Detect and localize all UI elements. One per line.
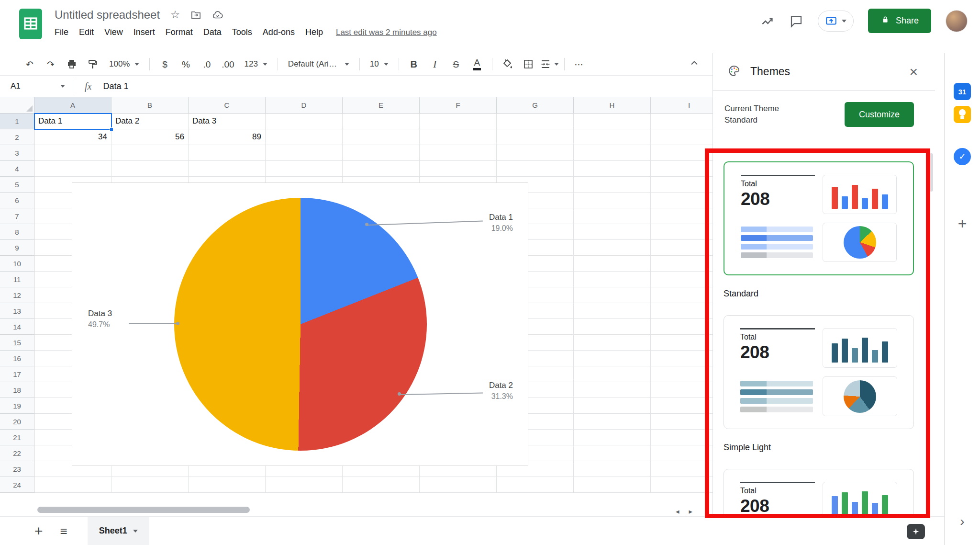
add-addon-icon[interactable]: + bbox=[958, 215, 967, 233]
number-format-select[interactable]: 123 bbox=[238, 55, 273, 73]
cell-D24[interactable] bbox=[266, 477, 343, 493]
cell-C2[interactable]: 89 bbox=[189, 129, 266, 145]
cell-I10[interactable] bbox=[651, 256, 713, 272]
embedded-pie-chart[interactable]: Data 1 19.0% Data 2 31.3% Data 3 49.7% bbox=[72, 182, 528, 466]
avatar[interactable] bbox=[946, 10, 968, 32]
cell-C24[interactable] bbox=[189, 477, 266, 493]
cell-I2[interactable] bbox=[651, 129, 713, 145]
activity-trend-icon[interactable] bbox=[760, 14, 775, 28]
row-header-22[interactable]: 22 bbox=[0, 445, 34, 461]
cell-H12[interactable] bbox=[574, 287, 651, 303]
row-header-1[interactable]: 1 bbox=[0, 114, 34, 129]
column-header-F[interactable]: F bbox=[420, 97, 497, 114]
close-icon[interactable]: × bbox=[909, 65, 918, 79]
cell-G2[interactable] bbox=[497, 129, 574, 145]
cell-B2[interactable]: 56 bbox=[111, 129, 189, 145]
format-percent-icon[interactable]: % bbox=[175, 55, 196, 73]
cell-F2[interactable] bbox=[420, 129, 497, 145]
cell-I23[interactable] bbox=[651, 461, 713, 477]
cell-E1[interactable] bbox=[343, 114, 420, 129]
row-header-20[interactable]: 20 bbox=[0, 414, 34, 430]
column-header-B[interactable]: B bbox=[111, 97, 189, 114]
cell-H17[interactable] bbox=[574, 366, 651, 382]
cell-D2[interactable] bbox=[266, 129, 343, 145]
row-header-6[interactable]: 6 bbox=[0, 193, 34, 208]
cell-D1[interactable] bbox=[266, 114, 343, 129]
collapse-toolbar-icon[interactable] bbox=[689, 57, 700, 71]
cell-H24[interactable] bbox=[574, 477, 651, 493]
cell-C3[interactable] bbox=[189, 145, 266, 161]
text-color-icon[interactable]: A bbox=[467, 55, 488, 73]
cell-H1[interactable] bbox=[574, 114, 651, 129]
cell-I11[interactable] bbox=[651, 272, 713, 287]
cell-H19[interactable] bbox=[574, 398, 651, 414]
cell-I21[interactable] bbox=[651, 430, 713, 445]
select-all-corner[interactable] bbox=[0, 97, 34, 114]
move-folder-icon[interactable] bbox=[190, 10, 201, 21]
menu-help[interactable]: Help bbox=[300, 25, 328, 39]
formula-input[interactable]: Data 1 bbox=[103, 81, 128, 91]
explore-icon[interactable] bbox=[907, 524, 925, 539]
cell-H9[interactable] bbox=[574, 240, 651, 256]
row-header-9[interactable]: 9 bbox=[0, 240, 34, 256]
cell-I19[interactable] bbox=[651, 398, 713, 414]
function-icon[interactable]: fx bbox=[85, 81, 91, 92]
cell-H3[interactable] bbox=[574, 145, 651, 161]
cell-H22[interactable] bbox=[574, 445, 651, 461]
menu-file[interactable]: File bbox=[49, 25, 74, 39]
cell-H18[interactable] bbox=[574, 382, 651, 398]
cell-F3[interactable] bbox=[420, 145, 497, 161]
column-header-A[interactable]: A bbox=[34, 97, 111, 114]
fill-color-icon[interactable] bbox=[497, 55, 518, 73]
row-header-7[interactable]: 7 bbox=[0, 208, 34, 224]
cell-I6[interactable] bbox=[651, 193, 713, 208]
cell-A24[interactable] bbox=[34, 477, 111, 493]
cell-H7[interactable] bbox=[574, 208, 651, 224]
cell-B24[interactable] bbox=[111, 477, 189, 493]
cell-I16[interactable] bbox=[651, 351, 713, 366]
theme-card-simple-light[interactable]: Total208 bbox=[724, 315, 914, 429]
cell-F24[interactable] bbox=[420, 477, 497, 493]
cell-I4[interactable] bbox=[651, 161, 713, 177]
cell-D3[interactable] bbox=[266, 145, 343, 161]
scroll-right-icon[interactable]: ▸ bbox=[689, 507, 693, 516]
row-header-3[interactable]: 3 bbox=[0, 145, 34, 161]
cell-I8[interactable] bbox=[651, 224, 713, 240]
italic-icon[interactable]: I bbox=[424, 55, 445, 73]
cell-H16[interactable] bbox=[574, 351, 651, 366]
menu-tools[interactable]: Tools bbox=[227, 25, 257, 39]
all-sheets-icon[interactable]: ≡ bbox=[60, 525, 67, 537]
cell-H4[interactable] bbox=[574, 161, 651, 177]
cell-H23[interactable] bbox=[574, 461, 651, 477]
row-header-21[interactable]: 21 bbox=[0, 430, 34, 445]
row-header-13[interactable]: 13 bbox=[0, 303, 34, 319]
menu-insert[interactable]: Insert bbox=[128, 25, 160, 39]
cell-A4[interactable] bbox=[34, 161, 111, 177]
strikethrough-icon[interactable]: S bbox=[445, 55, 467, 73]
row-header-18[interactable]: 18 bbox=[0, 382, 34, 398]
add-sheet-button[interactable]: + bbox=[34, 524, 43, 538]
merge-cells-icon[interactable] bbox=[539, 55, 560, 73]
row-header-5[interactable]: 5 bbox=[0, 177, 34, 193]
cell-I7[interactable] bbox=[651, 208, 713, 224]
menu-edit[interactable]: Edit bbox=[74, 25, 99, 39]
cell-I13[interactable] bbox=[651, 303, 713, 319]
undo-icon[interactable]: ↶ bbox=[19, 55, 40, 73]
column-header-G[interactable]: G bbox=[497, 97, 574, 114]
name-box[interactable]: A1 bbox=[0, 81, 73, 91]
cell-C4[interactable] bbox=[189, 161, 266, 177]
last-edit-link[interactable]: Last edit was 2 minutes ago bbox=[336, 28, 437, 37]
column-header-E[interactable]: E bbox=[343, 97, 420, 114]
calendar-icon[interactable]: 31 bbox=[954, 83, 971, 100]
paint-format-icon[interactable] bbox=[82, 55, 103, 73]
row-header-8[interactable]: 8 bbox=[0, 224, 34, 240]
row-header-12[interactable]: 12 bbox=[0, 287, 34, 303]
present-button[interactable] bbox=[818, 11, 854, 32]
expand-side-panel-icon[interactable]: › bbox=[960, 514, 964, 529]
panel-scrollbar[interactable] bbox=[929, 153, 933, 192]
cell-H11[interactable] bbox=[574, 272, 651, 287]
cell-I24[interactable] bbox=[651, 477, 713, 493]
cell-D4[interactable] bbox=[266, 161, 343, 177]
column-header-I[interactable]: I bbox=[651, 97, 713, 114]
cell-H14[interactable] bbox=[574, 319, 651, 335]
